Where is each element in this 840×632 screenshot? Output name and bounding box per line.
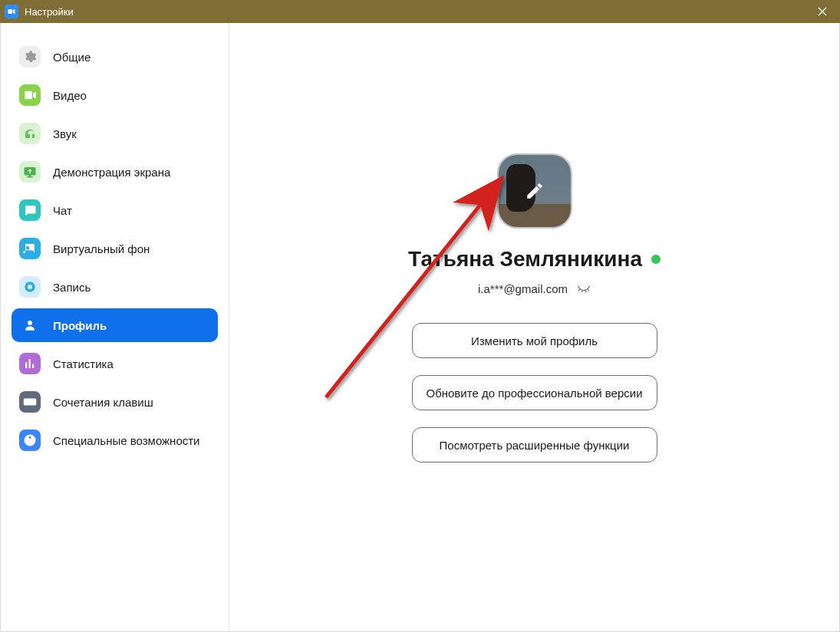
advanced-features-button[interactable]: Посмотреть расширенные функции bbox=[412, 427, 657, 462]
gear-icon bbox=[19, 46, 41, 67]
sidebar-item-share[interactable]: Демонстрация экрана bbox=[12, 155, 218, 189]
sidebar-item-stats[interactable]: Статистика bbox=[12, 347, 218, 380]
profile-display-name: Татьяна Земляникина bbox=[408, 247, 642, 272]
sidebar-item-audio[interactable]: Звук bbox=[12, 117, 218, 150]
keyboard-icon bbox=[19, 391, 41, 413]
status-dot-online bbox=[651, 255, 660, 264]
profile-display-name-row: Татьяна Земляникина bbox=[408, 247, 660, 272]
profile-email: i.a***@gmail.com bbox=[478, 282, 568, 295]
sidebar-item-shortcuts[interactable]: Сочетания клавиш bbox=[12, 385, 218, 419]
sidebar-item-label: Сочетания клавиш bbox=[53, 396, 153, 409]
record-icon bbox=[19, 276, 41, 298]
pencil-icon bbox=[497, 153, 572, 229]
sidebar-item-video[interactable]: Видео bbox=[12, 78, 218, 112]
virtual-bg-icon bbox=[19, 238, 41, 259]
sidebar-item-label: Общие bbox=[53, 51, 91, 64]
avatar-edit[interactable] bbox=[497, 153, 572, 229]
window-title: Настройки bbox=[25, 6, 74, 18]
accessibility-icon bbox=[19, 430, 41, 451]
sidebar-item-chat[interactable]: Чат bbox=[12, 193, 218, 227]
titlebar: Настройки bbox=[0, 0, 840, 23]
settings-sidebar: ОбщиеВидеоЗвукДемонстрация экранаЧатВирт… bbox=[1, 23, 229, 631]
sidebar-item-label: Звук bbox=[53, 127, 77, 140]
sidebar-item-label: Запись bbox=[53, 281, 91, 294]
stats-icon bbox=[19, 353, 41, 374]
window-close-button[interactable] bbox=[805, 0, 840, 23]
sidebar-item-vbg[interactable]: Виртуальный фон bbox=[12, 232, 218, 265]
upgrade-button[interactable]: Обновите до профессиональной версии bbox=[412, 375, 657, 410]
sidebar-item-label: Чат bbox=[53, 204, 72, 217]
profile-email-row: i.a***@gmail.com bbox=[478, 282, 591, 295]
app-logo-icon bbox=[5, 5, 18, 18]
sidebar-item-label: Статистика bbox=[53, 357, 114, 370]
sidebar-item-label: Специальные возможности bbox=[53, 434, 200, 447]
sidebar-item-label: Виртуальный фон bbox=[53, 242, 150, 255]
profile-icon bbox=[19, 314, 41, 336]
profile-panel: Татьяна Земляникина i.a***@gmail.com Изм… bbox=[229, 23, 839, 631]
edit-profile-button[interactable]: Изменить мой профиль bbox=[412, 323, 657, 358]
share-screen-icon bbox=[19, 161, 41, 183]
sidebar-item-record[interactable]: Запись bbox=[12, 270, 218, 304]
sidebar-item-general[interactable]: Общие bbox=[12, 40, 218, 74]
headphones-icon bbox=[19, 123, 41, 144]
sidebar-item-label: Видео bbox=[53, 89, 87, 102]
sidebar-item-label: Демонстрация экрана bbox=[53, 166, 170, 179]
sidebar-item-label: Профиль bbox=[53, 319, 107, 332]
eye-closed-icon[interactable] bbox=[577, 284, 591, 295]
chat-icon bbox=[19, 199, 41, 221]
sidebar-item-profile[interactable]: Профиль bbox=[12, 308, 218, 342]
video-icon bbox=[19, 84, 41, 106]
sidebar-item-accessibility[interactable]: Специальные возможности bbox=[12, 423, 218, 457]
